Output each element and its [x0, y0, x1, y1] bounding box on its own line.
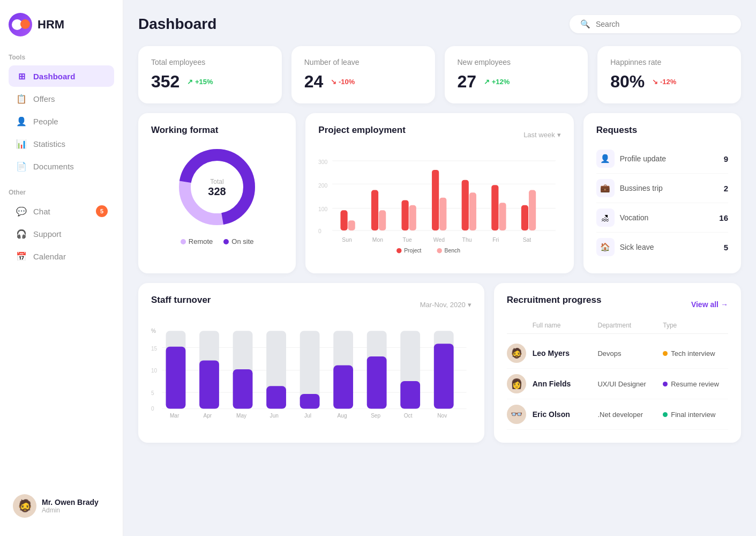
request-item-business-trip: 💼 Bussines trip 2 [596, 174, 728, 203]
svg-text:Sep: Sep [371, 413, 380, 419]
staff-turnover-chart: % 15 10 5 0 [151, 322, 471, 429]
kpi-badge: ↘ -12% [652, 78, 676, 86]
legend-onsite: On site [223, 237, 253, 245]
request-label: Vocation [620, 213, 649, 222]
table-row: 👓 Eric Olson .Net developer Final interv… [507, 399, 728, 430]
period-selector[interactable]: Last week ▾ [523, 131, 561, 139]
bottom-row: Staff turnover Mar-Nov, 2020 ▾ % 15 10 5… [138, 283, 741, 443]
kpi-value-row: 24 ↘ -10% [304, 72, 422, 92]
svg-rect-57 [233, 369, 253, 409]
svg-text:5: 5 [151, 390, 154, 396]
sidebar: HRM Tools ⊞Dashboard📋Offers👤People📊Stati… [0, 0, 123, 536]
svg-text:Bench: Bench [445, 248, 461, 254]
search-input[interactable] [596, 20, 730, 28]
svg-text:May: May [236, 413, 247, 419]
sidebar-item-offers[interactable]: 📋Offers [9, 88, 114, 109]
chevron-down-icon: ▾ [468, 301, 471, 309]
svg-rect-60 [333, 366, 353, 409]
avatar: 👩 [507, 374, 526, 393]
vocation-icon: 🏖 [596, 209, 615, 227]
rec-name: Eric Olson [533, 410, 598, 419]
user-name: Mr. Owen Brady [42, 498, 99, 507]
kpi-value-row: 80% ↘ -12% [610, 72, 728, 92]
svg-text:Total: Total [210, 178, 223, 185]
rec-dept: UX/UI Designer [597, 380, 663, 388]
svg-text:10: 10 [151, 368, 158, 374]
staff-turnover-card: Staff turnover Mar-Nov, 2020 ▾ % 15 10 5… [138, 283, 484, 443]
svg-text:Thu: Thu [462, 237, 472, 243]
sidebar-item-documents[interactable]: 📄Documents [9, 155, 114, 177]
request-count: 9 [724, 154, 728, 163]
request-item-sick-leave: 🏠 Sick leave 5 [596, 233, 728, 262]
kpi-value-row: 27 ↗ +12% [458, 72, 575, 92]
svg-rect-15 [379, 210, 386, 230]
sidebar-item-statistics[interactable]: 📊Statistics [9, 133, 114, 154]
arrow-right-icon: → [721, 300, 728, 309]
donut-wrap: Total 328 Remote On site [151, 144, 283, 245]
kpi-badge: ↗ +15% [187, 78, 213, 86]
rec-dept: .Net developer [597, 411, 663, 419]
support-icon: 🎧 [16, 228, 27, 239]
sidebar-item-chat[interactable]: 💬Chat5 [9, 200, 114, 222]
project-employment-card: Project employment Last week ▾ 300 200 1… [305, 113, 573, 273]
type-dot [663, 412, 668, 417]
svg-point-33 [396, 248, 401, 253]
svg-text:Project: Project [405, 248, 422, 254]
avatar: 🧔 [507, 344, 526, 363]
kpi-value: 352 [151, 72, 179, 92]
svg-text:%: % [151, 328, 156, 334]
staff-period-selector[interactable]: Mar-Nov, 2020 ▾ [420, 301, 471, 309]
kpi-card-total-employees: Total employees 352 ↗ +15% [138, 46, 282, 103]
project-chart-header: Project employment Last week ▾ [318, 125, 560, 144]
rec-name: Ann Fields [533, 379, 598, 388]
chat-badge: 5 [96, 205, 108, 217]
type-dot [663, 382, 668, 386]
working-format-card: Working format Total 328 Remote [138, 113, 296, 273]
svg-rect-61 [367, 356, 387, 408]
svg-text:0: 0 [151, 406, 154, 412]
svg-text:Sat: Sat [523, 237, 532, 243]
donut-chart: Total 328 [174, 144, 260, 230]
recruitment-rows: 🧔 Leo Myers Devops Tech interview 👩 Ann … [507, 338, 728, 430]
view-all-button[interactable]: View all → [691, 300, 728, 309]
profile-update-icon: 👤 [596, 150, 615, 168]
request-count: 2 [724, 184, 728, 193]
rec-name: Leo Myers [533, 349, 598, 358]
tools-nav: ⊞Dashboard📋Offers👤People📊Statistics📄Docu… [9, 65, 114, 178]
svg-text:Sun: Sun [342, 237, 353, 243]
svg-rect-21 [469, 192, 476, 230]
svg-text:200: 200 [318, 183, 328, 189]
type-dot [663, 351, 668, 356]
sidebar-item-calendar[interactable]: 📅Calendar [9, 245, 114, 267]
request-count: 5 [724, 243, 728, 252]
statistics-icon: 📊 [16, 138, 27, 149]
kpi-value: 24 [304, 72, 324, 92]
svg-text:Oct: Oct [404, 413, 413, 419]
search-icon: 🔍 [580, 19, 590, 29]
request-label: Sick leave [620, 243, 654, 251]
chevron-down-icon: ▾ [557, 131, 561, 139]
svg-rect-13 [348, 220, 355, 230]
sidebar-item-people[interactable]: 👤People [9, 110, 114, 132]
recruitment-table-header: Full name Department Type [507, 322, 728, 334]
kpi-card-happiness-rate: Happinnes rate 80% ↘ -12% [597, 46, 741, 103]
kpi-card-number-of-leave: Number of leave 24 ↘ -10% [291, 46, 435, 103]
working-format-title: Working format [151, 125, 283, 136]
kpi-value: 80% [610, 72, 645, 92]
request-item-vocation: 🏖 Vocation 16 [596, 203, 728, 233]
kpi-badge: ↘ -10% [331, 78, 355, 86]
sidebar-item-dashboard[interactable]: ⊞Dashboard [9, 65, 114, 87]
user-role: Admin [42, 507, 99, 514]
page-title: Dashboard [138, 16, 216, 33]
svg-point-35 [437, 248, 442, 253]
svg-rect-62 [400, 381, 420, 408]
svg-rect-55 [166, 347, 186, 409]
kpi-card-new-employees: New employees 27 ↗ +12% [445, 46, 588, 103]
recruitment-title: Recruitment progress [507, 295, 602, 306]
other-section-label: Other [9, 189, 114, 196]
sidebar-item-support[interactable]: 🎧Support [9, 223, 114, 244]
request-item-profile-update: 👤 Profile update 9 [596, 144, 728, 174]
logo-text: HRM [38, 18, 64, 32]
kpi-label: Total employees [151, 58, 269, 66]
svg-text:0: 0 [318, 228, 321, 234]
